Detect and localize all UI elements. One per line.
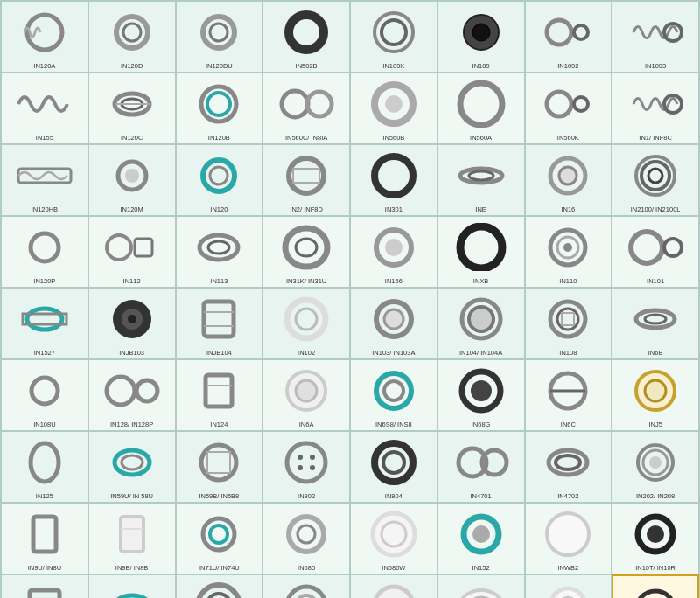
svg-point-69 bbox=[550, 302, 585, 337]
cell-r7c7[interactable]: IN10T/ IN10R bbox=[612, 503, 699, 574]
cell-r6c7[interactable]: IN202/ IN208 bbox=[612, 431, 699, 503]
cell-label-r5c1: IN128/ IN128P bbox=[110, 421, 153, 428]
cell-r3c7[interactable]: IN101 bbox=[612, 216, 699, 288]
cell-label-r1c7: IN1/ INF8C bbox=[639, 134, 672, 142]
cell-r5c2[interactable]: IN124 bbox=[176, 359, 263, 431]
cell-r2c3[interactable]: IN2/ INF8D bbox=[262, 144, 350, 216]
cell-r6c6[interactable]: IN4702 bbox=[525, 431, 612, 503]
cell-r2c7[interactable]: IN2100/ IN2100L bbox=[612, 144, 699, 216]
cell-r8c7[interactable] bbox=[612, 574, 699, 598]
cell-label-r6c2: IN59B/ IN5B8 bbox=[199, 492, 239, 500]
cell-r0c7[interactable]: IN1093 bbox=[612, 1, 699, 73]
cell-r5c1[interactable]: IN128/ IN128P bbox=[88, 359, 176, 431]
cell-image-r1c7 bbox=[623, 75, 689, 132]
cell-r3c1[interactable]: IN112 bbox=[88, 216, 176, 288]
cell-image-r5c3 bbox=[274, 362, 340, 419]
cell-r7c2[interactable]: IN71U/ IN74U bbox=[176, 503, 263, 574]
cell-r7c1[interactable]: IN9B/ IN8B bbox=[88, 503, 176, 574]
cell-r6c2[interactable]: IN59B/ IN5B8 bbox=[176, 431, 263, 503]
cell-r8c4[interactable]: INHG204B bbox=[350, 574, 438, 598]
cell-r1c3[interactable]: IN560C/ IN8IA bbox=[262, 73, 350, 144]
cell-r7c5[interactable]: IN152 bbox=[438, 503, 525, 574]
cell-image-r5c7 bbox=[623, 362, 689, 419]
svg-point-23 bbox=[547, 92, 571, 116]
cell-r1c4[interactable]: IN560B bbox=[350, 73, 438, 144]
cell-label-r2c3: IN2/ INF8D bbox=[290, 205, 323, 213]
cell-r4c4[interactable]: IN103/ IN103A bbox=[350, 288, 438, 359]
cell-r3c6[interactable]: IN110 bbox=[525, 216, 612, 288]
cell-r4c3[interactable]: IN102 bbox=[262, 288, 350, 359]
cell-r1c6[interactable]: IN560K bbox=[525, 73, 612, 144]
svg-point-97 bbox=[310, 465, 315, 470]
cell-r8c2[interactable]: IN960 bbox=[176, 574, 263, 598]
cell-r0c3[interactable]: IN502B bbox=[262, 1, 350, 73]
cell-image-r6c6 bbox=[536, 434, 601, 490]
cell-image-r1c3 bbox=[274, 75, 340, 132]
cell-r5c3[interactable]: IN6A bbox=[262, 359, 350, 431]
cell-label-r1c3: IN560C/ IN8IA bbox=[285, 134, 327, 142]
cell-r7c6[interactable]: INWB2 bbox=[525, 503, 612, 574]
cell-r3c2[interactable]: IN113 bbox=[176, 216, 263, 288]
cell-r3c0[interactable]: IN120P bbox=[1, 216, 88, 288]
cell-r6c5[interactable]: IN4701 bbox=[438, 431, 525, 503]
cell-r3c3[interactable]: IN31K/ IN31U bbox=[262, 216, 350, 288]
cell-label-r1c0: IN155 bbox=[36, 134, 53, 142]
cell-r4c7[interactable]: IN6B bbox=[612, 288, 699, 359]
cell-r2c6[interactable]: IN16 bbox=[525, 144, 612, 216]
cell-r1c7[interactable]: IN1/ INF8C bbox=[612, 73, 699, 144]
cell-label-r0c4: IN109K bbox=[382, 62, 404, 70]
cell-r2c5[interactable]: INE bbox=[438, 144, 525, 216]
svg-point-24 bbox=[574, 97, 588, 111]
cell-r1c5[interactable]: IN560A bbox=[438, 73, 525, 144]
cell-r8c5[interactable]: INHG204 bbox=[438, 574, 525, 598]
cell-r4c0[interactable]: IN1527 bbox=[1, 288, 88, 359]
cell-r2c0[interactable]: IN120HB bbox=[1, 144, 88, 216]
cell-r6c0[interactable]: IN125 bbox=[1, 431, 88, 503]
cell-r2c4[interactable]: IN301 bbox=[350, 144, 438, 216]
svg-point-76 bbox=[136, 380, 158, 401]
cell-r5c5[interactable]: IN68G bbox=[438, 359, 525, 431]
cell-r1c2[interactable]: IN120B bbox=[176, 73, 263, 144]
cell-r4c1[interactable]: INJB103 bbox=[88, 288, 176, 359]
cell-label-r6c5: IN4701 bbox=[471, 492, 492, 500]
cell-r4c6[interactable]: IN108 bbox=[525, 288, 612, 359]
cell-r6c4[interactable]: IN804 bbox=[350, 431, 438, 503]
cell-r0c1[interactable]: IN120D bbox=[88, 1, 176, 73]
cell-r4c2[interactable]: INJB104 bbox=[176, 288, 263, 359]
cell-r3c4[interactable]: IN156 bbox=[350, 216, 438, 288]
cell-r0c6[interactable]: IN1092 bbox=[525, 1, 612, 73]
cell-r2c1[interactable]: IN120M bbox=[88, 144, 176, 216]
cell-image-r0c5 bbox=[448, 3, 514, 60]
cell-image-r6c1 bbox=[99, 434, 164, 490]
cell-r7c3[interactable]: IN685 bbox=[262, 503, 350, 574]
svg-point-98 bbox=[374, 443, 413, 482]
cell-r3c5[interactable]: INXB bbox=[438, 216, 525, 288]
cell-r4c5[interactable]: IN104/ IN104A bbox=[438, 288, 525, 359]
cell-r6c3[interactable]: IN802 bbox=[262, 431, 350, 503]
svg-point-11 bbox=[574, 25, 588, 39]
cell-r1c0[interactable]: IN155 bbox=[1, 73, 88, 144]
cell-r8c1[interactable]: IN102U bbox=[88, 574, 176, 598]
cell-r5c0[interactable]: IN108U bbox=[1, 359, 88, 431]
cell-r7c0[interactable]: IN9U/ IN8U bbox=[1, 503, 88, 574]
cell-r0c2[interactable]: IN120DU bbox=[176, 1, 263, 73]
cell-label-r6c6: IN4702 bbox=[557, 492, 578, 500]
svg-rect-107 bbox=[33, 517, 56, 552]
cell-r5c6[interactable]: IN6C bbox=[525, 359, 612, 431]
cell-r7c4[interactable]: IN680W bbox=[350, 503, 438, 574]
cell-r5c4[interactable]: IN6S8/ INS8 bbox=[350, 359, 438, 431]
svg-point-38 bbox=[641, 162, 669, 190]
cell-r0c4[interactable]: IN109K bbox=[350, 1, 438, 73]
cell-r2c2[interactable]: IN120 bbox=[176, 144, 263, 216]
cell-r8c0[interactable]: IN908 bbox=[1, 574, 88, 598]
cell-image-r8c2 bbox=[186, 577, 252, 598]
cell-r5c7[interactable]: INJ5 bbox=[612, 359, 699, 431]
cell-r8c3[interactable]: INHG202 bbox=[262, 574, 350, 598]
cell-r8c6[interactable]: INHG212 bbox=[525, 574, 612, 598]
cell-r0c0[interactable]: IN120A bbox=[1, 1, 88, 73]
cell-r6c1[interactable]: IN59U/ IN 58U bbox=[88, 431, 176, 503]
cell-r0c5[interactable]: IN109 bbox=[438, 1, 525, 73]
cell-r1c1[interactable]: IN120C bbox=[88, 73, 176, 144]
cell-label-r4c1: INJB103 bbox=[119, 349, 144, 357]
cell-label-r3c2: IN113 bbox=[210, 277, 228, 285]
